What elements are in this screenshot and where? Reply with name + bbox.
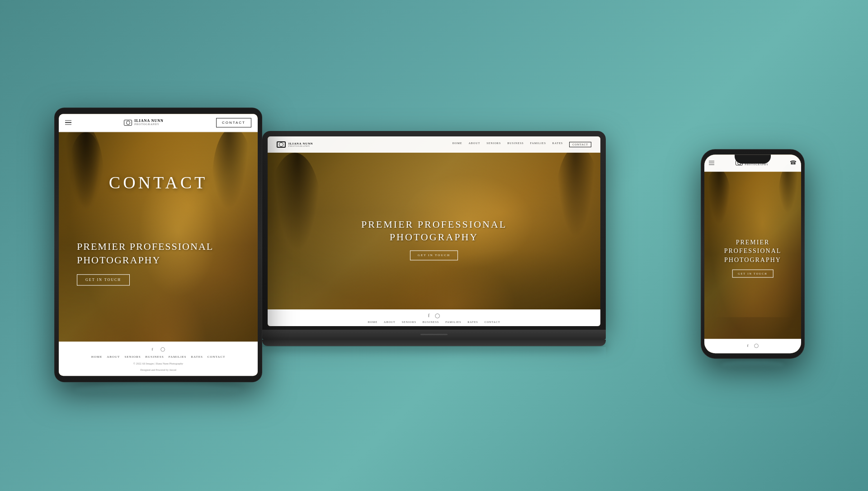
phone-instagram-icon[interactable]: ◯ bbox=[754, 343, 759, 348]
laptop-facebook-icon[interactable]: f bbox=[428, 313, 429, 318]
tablet-logo: ILIANA NUNN PHOTOGRAPHY bbox=[124, 119, 164, 126]
laptop-footer-rates[interactable]: RATES bbox=[467, 321, 478, 323]
footer-nav-contact[interactable]: CONTACT bbox=[208, 355, 226, 359]
footer-nav-business[interactable]: BUSINESS bbox=[146, 355, 164, 359]
contact-heading: CONtACT bbox=[109, 173, 208, 192]
phone-screen: ILIANA NUNN PHOTOGRAPHY ☎ PREM bbox=[704, 154, 801, 353]
phone-call-icon[interactable]: ☎ bbox=[790, 159, 797, 166]
laptop-footer-home[interactable]: HOME bbox=[368, 321, 377, 323]
laptop-footer-about[interactable]: ABOUT bbox=[384, 321, 396, 323]
laptop-navbar: ILIANA NUNN PHOTOGRAPHY HOME ABOUT SENIO… bbox=[268, 136, 600, 153]
nav-seniors[interactable]: SENIORS bbox=[486, 142, 501, 147]
phone-hero-content: PREMIER PROFESSIONAL PHOTOGRAPHY GET IN … bbox=[709, 238, 797, 278]
tablet-contact-overlay: CONtACT bbox=[109, 173, 208, 192]
hamburger-menu-icon[interactable] bbox=[65, 120, 71, 125]
laptop-reflection bbox=[262, 347, 606, 360]
tablet-hero-bg: CONtACT PREMIER PROFESSIONAL PHOTOGRAPHY… bbox=[59, 114, 258, 376]
facebook-icon[interactable]: f bbox=[152, 347, 153, 351]
tablet-navbar: ILIANA NUNN PHOTOGRAPHY CONTACT bbox=[59, 114, 258, 132]
footer-nav-home[interactable]: HOME bbox=[91, 355, 103, 359]
laptop-footer-families[interactable]: FAMILIES bbox=[445, 321, 461, 323]
tablet-device: ILIANA NUNN PHOTOGRAPHY CONTACT bbox=[54, 108, 262, 395]
phone-facebook-icon[interactable]: f bbox=[747, 343, 749, 348]
laptop-logo: ILIANA NUNN PHOTOGRAPHY bbox=[277, 141, 313, 148]
scene: ILIANA NUNN PHOTOGRAPHY CONTACT bbox=[0, 0, 868, 491]
laptop-tree-left bbox=[268, 153, 322, 279]
nav-families[interactable]: FAMILIES bbox=[530, 142, 546, 147]
phone-hero-bg: PREMIER PROFESSIONAL PHOTOGRAPHY GET IN … bbox=[704, 154, 801, 353]
tablet-footer-nav: HOME ABOUT SENIORS BUSINESS FAMILIES RAT… bbox=[65, 355, 251, 359]
tablet-cta-button[interactable]: GET IN TOUCH bbox=[77, 274, 130, 285]
nav-business[interactable]: BUSINESS bbox=[507, 142, 524, 147]
laptop-base bbox=[262, 340, 606, 346]
tablet-screen: ILIANA NUNN PHOTOGRAPHY CONTACT bbox=[59, 114, 258, 376]
footer-nav-seniors[interactable]: SENIORS bbox=[124, 355, 141, 359]
footer-nav-families[interactable]: FAMILIES bbox=[169, 355, 187, 359]
laptop-social-links: f ◯ bbox=[277, 313, 591, 318]
laptop-footer: f ◯ HOME ABOUT SENIORS BUSINESS FAMILIES… bbox=[268, 309, 600, 326]
phone-reflection bbox=[722, 360, 784, 369]
nav-home[interactable]: HOME bbox=[453, 142, 462, 147]
tablet-social-links: f ◯ bbox=[65, 347, 251, 351]
laptop-hero-title: PREMIER PROFESSIONAL PHOTOGRAPHY bbox=[361, 218, 507, 244]
tablet-reflection bbox=[75, 384, 241, 395]
footer-nav-rates[interactable]: RATES bbox=[191, 355, 203, 359]
laptop-instagram-icon[interactable]: ◯ bbox=[435, 313, 440, 318]
phone-hero-title: PREMIER PROFESSIONAL PHOTOGRAPHY bbox=[709, 238, 797, 264]
laptop-footer-seniors[interactable]: SENIORS bbox=[402, 321, 416, 323]
phone-hamburger-icon[interactable] bbox=[709, 161, 714, 165]
laptop-camera-dot bbox=[420, 334, 448, 335]
camera-icon bbox=[124, 120, 132, 126]
laptop-footer-nav: HOME ABOUT SENIORS BUSINESS FAMILIES RAT… bbox=[277, 321, 591, 323]
tablet-outer-frame: ILIANA NUNN PHOTOGRAPHY CONTACT bbox=[54, 108, 262, 382]
tablet-logo-text: ILIANA NUNN PHOTOGRAPHY bbox=[134, 119, 164, 126]
tablet-copyright: © 2022 All Images | Iliana Nunn Photogra… bbox=[65, 362, 251, 365]
tablet-hero-content: PREMIER PROFESSIONAL PHOTOGRAPHY GET IN … bbox=[77, 240, 240, 285]
laptop-footer-contact[interactable]: CONTACT bbox=[485, 321, 500, 323]
phone-notch bbox=[735, 154, 771, 164]
phone-outer-frame: ILIANA NUNN PHOTOGRAPHY ☎ PREM bbox=[701, 149, 805, 359]
laptop-hero-bg: PREMIER PROFESSIONAL PHOTOGRAPHY GET IN … bbox=[268, 136, 600, 326]
laptop-footer-business[interactable]: BUSINESS bbox=[423, 321, 439, 323]
laptop-nav-links: HOME ABOUT SENIORS BUSINESS FAMILIES RAT… bbox=[453, 142, 591, 147]
phone-social-links: f ◯ bbox=[709, 343, 797, 348]
laptop-camera-icon bbox=[277, 141, 286, 148]
footer-nav-about[interactable]: ABOUT bbox=[107, 355, 120, 359]
laptop-device: ILIANA NUNN PHOTOGRAPHY HOME ABOUT SENIO… bbox=[262, 131, 606, 360]
laptop-cta-button[interactable]: GET IN TOUCH bbox=[410, 250, 458, 260]
nav-about[interactable]: ABOUT bbox=[469, 142, 481, 147]
tablet-powered-by: Designed and Powered by Juiced bbox=[65, 369, 251, 371]
phone-cta-button[interactable]: GET IN TOUCH bbox=[732, 270, 773, 278]
laptop-chin bbox=[262, 330, 606, 340]
tablet-footer: f ◯ HOME ABOUT SENIORS BUSINESS FAMILIES… bbox=[59, 341, 258, 376]
phone-footer: f ◯ bbox=[704, 339, 801, 353]
nav-contact[interactable]: CONTACT bbox=[569, 142, 591, 147]
laptop-tree-right bbox=[555, 145, 600, 263]
instagram-icon[interactable]: ◯ bbox=[160, 347, 165, 351]
nav-rates[interactable]: RATES bbox=[552, 142, 563, 147]
laptop-outer-frame: ILIANA NUNN PHOTOGRAPHY HOME ABOUT SENIO… bbox=[262, 131, 606, 330]
laptop-logo-text: ILIANA NUNN PHOTOGRAPHY bbox=[288, 142, 313, 147]
tree-right bbox=[212, 127, 253, 227]
tablet-hero-title: PREMIER PROFESSIONAL PHOTOGRAPHY bbox=[77, 240, 240, 267]
tree-left2 bbox=[59, 123, 104, 236]
phone-device: ILIANA NUNN PHOTOGRAPHY ☎ PREM bbox=[701, 149, 805, 369]
contact-button[interactable]: CONTACT bbox=[216, 118, 251, 127]
laptop-hero-content: PREMIER PROFESSIONAL PHOTOGRAPHY GET IN … bbox=[361, 218, 507, 260]
laptop-screen: ILIANA NUNN PHOTOGRAPHY HOME ABOUT SENIO… bbox=[268, 136, 600, 326]
